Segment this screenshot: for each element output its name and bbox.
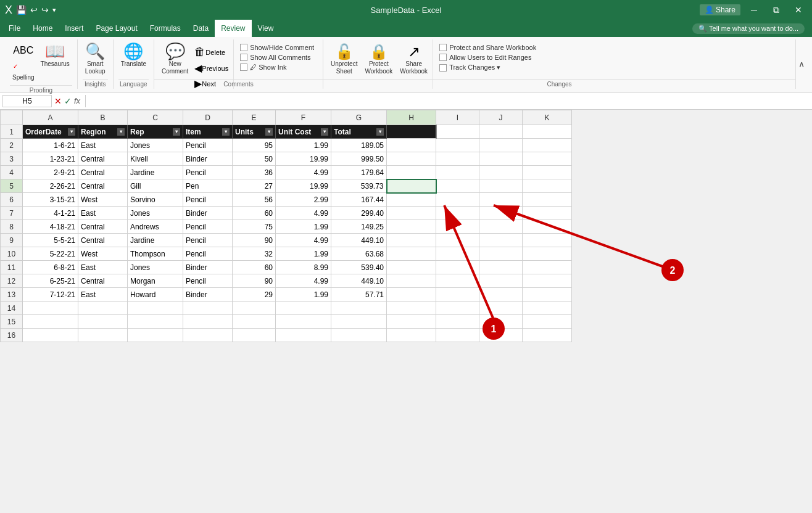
cell-a4[interactable]: 2-9-21 [23, 166, 78, 179]
cell-k4[interactable] [523, 166, 572, 179]
row-header-2[interactable]: 2 [1, 139, 23, 152]
cell-d14[interactable] [183, 302, 233, 315]
cell-h4[interactable] [387, 166, 436, 179]
allow-edit-ranges-check[interactable]: Allow Users to Edit Ranges [438, 53, 537, 62]
cell-e4[interactable]: 36 [233, 166, 276, 179]
cell-c14[interactable] [128, 302, 183, 315]
cell-b3[interactable]: Central [78, 152, 128, 166]
cell-h8[interactable] [387, 220, 436, 234]
cell-j3[interactable] [479, 152, 523, 166]
cell-e16[interactable] [233, 329, 276, 342]
cell-g3[interactable]: 999.50 [331, 152, 387, 166]
share-button[interactable]: 👤 Share [700, 4, 740, 15]
cell-j1[interactable] [479, 125, 523, 139]
cell-b9[interactable]: Central [78, 234, 128, 247]
cell-c16[interactable] [128, 329, 183, 342]
cell-g15[interactable] [331, 315, 387, 329]
cell-d5[interactable]: Pen [183, 179, 233, 193]
cell-c9[interactable]: Jardine [128, 234, 183, 247]
cell-b7[interactable]: East [78, 207, 128, 220]
cell-k7[interactable] [523, 207, 572, 220]
cell-b16[interactable] [78, 329, 128, 342]
cell-e9[interactable]: 90 [233, 234, 276, 247]
cell-h7[interactable] [387, 207, 436, 220]
cell-a11[interactable]: 6-8-21 [23, 261, 78, 274]
col-header-c[interactable]: C [128, 110, 183, 125]
save-icon[interactable]: 💾 [16, 5, 27, 15]
row-header-16[interactable]: 16 [1, 329, 23, 342]
cell-g8[interactable]: 149.25 [331, 220, 387, 234]
cell-g9[interactable]: 449.10 [331, 234, 387, 247]
row-header-1[interactable]: 1 [1, 125, 23, 139]
menu-view[interactable]: View [252, 20, 280, 37]
cell-j7[interactable] [479, 207, 523, 220]
track-changes-check[interactable]: Track Changes ▾ [438, 63, 537, 72]
cell-f13[interactable]: 1.99 [276, 288, 331, 302]
cell-f8[interactable]: 1.99 [276, 220, 331, 234]
cell-c5[interactable]: Gill [128, 179, 183, 193]
cell-e1[interactable]: Units▾ [233, 125, 276, 139]
show-hide-comment-check[interactable]: Show/Hide Comment [239, 43, 315, 52]
menu-insert[interactable]: Insert [59, 20, 89, 37]
cell-b4[interactable]: Central [78, 166, 128, 179]
delete-button[interactable]: 🗑 Delete [192, 44, 231, 60]
cell-a1[interactable]: OrderDate▾ [23, 125, 78, 139]
cell-h2[interactable] [387, 139, 436, 152]
cell-i5[interactable] [436, 179, 479, 193]
cell-k2[interactable] [523, 139, 572, 152]
col-header-i[interactable]: I [436, 110, 479, 125]
cell-i13[interactable] [436, 288, 479, 302]
cell-e12[interactable]: 90 [233, 274, 276, 288]
row-header-11[interactable]: 11 [1, 261, 23, 274]
cell-g13[interactable]: 57.71 [331, 288, 387, 302]
sheet-scroll[interactable]: A B C D E F G H I J K 1 [0, 110, 812, 513]
cell-a8[interactable]: 4-18-21 [23, 220, 78, 234]
cell-i15[interactable] [436, 315, 479, 329]
row-header-14[interactable]: 14 [1, 302, 23, 315]
share-workbook-button[interactable]: ↗ ShareWorkbook [397, 42, 430, 76]
cell-i12[interactable] [436, 274, 479, 288]
cell-f10[interactable]: 1.99 [276, 247, 331, 261]
cell-f1[interactable]: Unit Cost▾ [276, 125, 331, 139]
row-header-15[interactable]: 15 [1, 315, 23, 329]
cell-b10[interactable]: West [78, 247, 128, 261]
cell-i16[interactable] [436, 329, 479, 342]
row-header-4[interactable]: 4 [1, 166, 23, 179]
cell-f11[interactable]: 8.99 [276, 261, 331, 274]
row-header-5[interactable]: 5 [1, 179, 23, 193]
cell-b11[interactable]: East [78, 261, 128, 274]
cell-i6[interactable] [436, 193, 479, 207]
cell-j11[interactable] [479, 261, 523, 274]
cell-b15[interactable] [78, 315, 128, 329]
col-header-k[interactable]: K [523, 110, 572, 125]
cell-j12[interactable] [479, 274, 523, 288]
cell-c3[interactable]: Kivell [128, 152, 183, 166]
minimize-button[interactable]: ─ [745, 1, 763, 18]
cell-h10[interactable] [387, 247, 436, 261]
col-header-h[interactable]: H [387, 110, 436, 125]
cell-b5[interactable]: Central [78, 179, 128, 193]
cell-c8[interactable]: Andrews [128, 220, 183, 234]
cancel-formula-button[interactable]: ✕ [54, 96, 62, 106]
cell-j8[interactable] [479, 220, 523, 234]
cell-d3[interactable]: Binder [183, 152, 233, 166]
cell-k1[interactable] [523, 125, 572, 139]
spelling-button[interactable]: ABC✓ Spelling [10, 42, 37, 83]
cell-d7[interactable]: Binder [183, 207, 233, 220]
new-comment-button[interactable]: 💬 NewComment [159, 42, 191, 76]
cell-h9[interactable] [387, 234, 436, 247]
cell-i10[interactable] [436, 247, 479, 261]
cell-j9[interactable] [479, 234, 523, 247]
cell-a16[interactable] [23, 329, 78, 342]
cell-e7[interactable]: 60 [233, 207, 276, 220]
cell-d16[interactable] [183, 329, 233, 342]
cell-f16[interactable] [276, 329, 331, 342]
confirm-formula-button[interactable]: ✓ [64, 96, 72, 106]
cell-a10[interactable]: 5-22-21 [23, 247, 78, 261]
cell-k10[interactable] [523, 247, 572, 261]
cell-b14[interactable] [78, 302, 128, 315]
row-header-13[interactable]: 13 [1, 288, 23, 302]
cell-c11[interactable]: Jones [128, 261, 183, 274]
cell-h15[interactable] [387, 315, 436, 329]
cell-k5[interactable] [523, 179, 572, 193]
